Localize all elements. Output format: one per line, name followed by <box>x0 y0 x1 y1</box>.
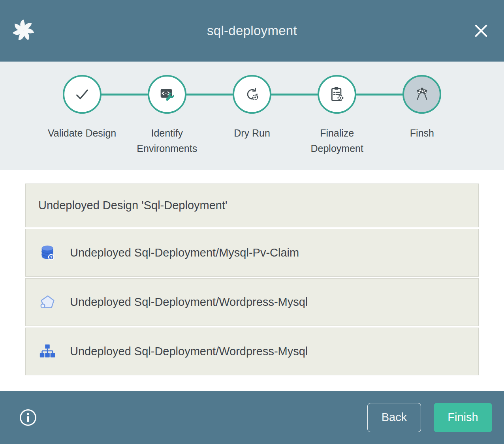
step-circle-finish[interactable] <box>402 75 441 114</box>
list-item: Undeployed Design 'Sql-Deployment' <box>25 184 479 227</box>
step-circle-identify-environments[interactable] <box>148 75 186 114</box>
step-finalize-deployment: Finalize Deployment <box>295 62 380 170</box>
list-item-text: Undeployed Sql-Deployment/Wordpress-Mysq… <box>70 296 308 309</box>
list-item-text: Undeployed Sql-Deployment/Mysql-Pv-Claim <box>70 246 299 259</box>
pentagon-badge-icon <box>38 293 56 311</box>
check-icon <box>73 85 91 103</box>
step-dry-run: Dry Run <box>209 62 294 170</box>
step-label: Dry Run <box>234 126 270 141</box>
sitemap-icon <box>38 343 56 361</box>
finish-button[interactable]: Finish <box>434 403 492 432</box>
list-item: Undeployed Sql-Deployment/Wordpress-Mysq… <box>25 328 479 375</box>
step-identify-environments: Identify Environments <box>124 62 209 170</box>
dialog-header: sql-deployment <box>0 0 504 62</box>
step-label: Validate Design <box>48 126 116 141</box>
step-label: Identify Environments <box>128 126 205 156</box>
list-item: Undeployed Sql-Deployment/Wordpress-Mysq… <box>25 278 479 326</box>
info-button[interactable] <box>19 408 37 427</box>
swirl-logo-icon <box>11 18 36 43</box>
database-icon: ? <box>38 244 56 262</box>
dialog-title: sql-deployment <box>207 23 297 38</box>
list-item-text: Undeployed Sql-Deployment/Wordpress-Mysq… <box>70 345 308 358</box>
code-wrench-icon <box>158 85 176 103</box>
sync-gear-icon <box>243 86 261 103</box>
info-icon <box>19 408 37 427</box>
dialog-body: Undeployed Design 'Sql-Deployment' ? Und… <box>0 170 504 391</box>
svg-text:?: ? <box>50 255 53 259</box>
step-circle-validate-design[interactable] <box>63 75 102 114</box>
list-item: ? Undeployed Sql-Deployment/Mysql-Pv-Cla… <box>25 229 479 277</box>
close-button[interactable] <box>472 21 491 40</box>
step-circle-dry-run[interactable] <box>233 75 271 114</box>
checkered-flags-icon <box>413 85 431 104</box>
deployment-status-list: Undeployed Design 'Sql-Deployment' ? Und… <box>25 184 479 375</box>
clipboard-gear-icon <box>328 86 346 103</box>
close-icon <box>472 21 491 40</box>
step-validate-design: Validate Design <box>39 62 124 170</box>
step-circle-finalize-deployment[interactable] <box>318 75 356 114</box>
step-finish: Finsh <box>380 62 465 170</box>
dialog-footer: Back Finish <box>0 391 504 444</box>
wizard-stepper: Validate Design Identify Environments <box>0 62 504 170</box>
back-button[interactable]: Back <box>367 403 421 432</box>
step-label: Finalize Deployment <box>299 126 376 156</box>
deployment-wizard-dialog: sql-deployment Validate Design <box>0 0 504 444</box>
list-item-text: Undeployed Design 'Sql-Deployment' <box>38 199 228 212</box>
step-label: Finsh <box>410 126 434 141</box>
